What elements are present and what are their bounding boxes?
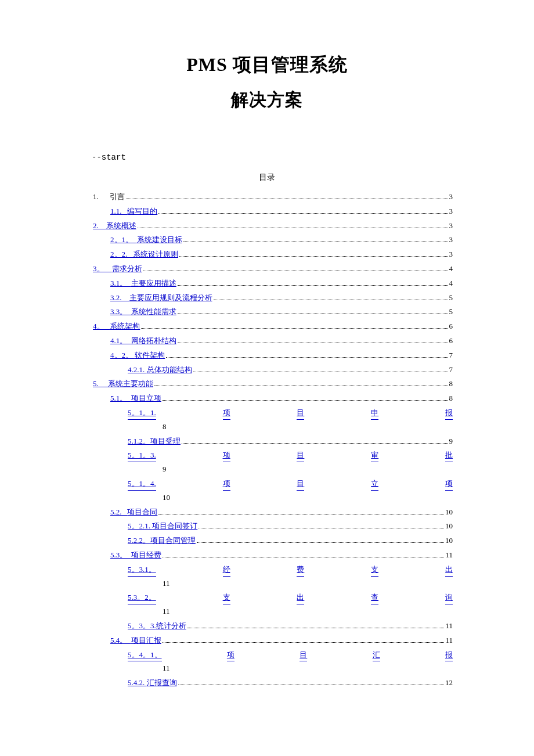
toc-leader-dots bbox=[163, 557, 445, 557]
toc-page-number: 12 bbox=[445, 677, 453, 689]
toc-entry[interactable]: 5. 系统主要功能8 bbox=[81, 378, 453, 390]
toc-leader-dots bbox=[158, 514, 444, 514]
toc-leader-dots bbox=[199, 528, 444, 528]
toc-leader-dots bbox=[178, 685, 445, 685]
toc-number: 5。1。3. bbox=[128, 449, 156, 462]
toc-entry[interactable]: 5.4。 项目汇报11 bbox=[81, 635, 453, 647]
toc-text: 总体功能结构 bbox=[147, 364, 192, 376]
toc-text: 系统性能需求 bbox=[131, 306, 176, 318]
toc-entry[interactable]: 5.4.2. 汇报查询12 bbox=[81, 677, 453, 689]
toc-entry[interactable]: 3.1。 主要应用描述4 bbox=[81, 278, 453, 290]
toc-leader-dots bbox=[138, 228, 448, 228]
toc-entry[interactable]: 5.2.2。项目合同管理10 bbox=[81, 535, 453, 547]
toc-entry[interactable]: 5。1。4.项目立项10 bbox=[81, 478, 453, 504]
toc-entry[interactable]: 5。3.1。经费支出11 bbox=[81, 564, 453, 590]
toc-number: 5.2.2。 bbox=[128, 535, 150, 547]
toc-entry[interactable]: 4.1。 网络拓朴结构6 bbox=[81, 335, 453, 347]
toc-leader-dots bbox=[178, 285, 448, 286]
toc-entry[interactable]: 2。1。 系统建设目标3 bbox=[81, 234, 453, 246]
toc-entry[interactable]: 3.3。 系统性能需求5 bbox=[81, 306, 453, 318]
toc-page-number: 10 bbox=[445, 535, 453, 547]
toc-number: 4.2.1. bbox=[128, 364, 147, 376]
toc-leader-dots bbox=[154, 386, 448, 386]
toc-text: 编写目的 bbox=[127, 206, 157, 218]
toc-entry[interactable]: 5。3。3.统计分析11 bbox=[81, 620, 453, 632]
toc-text: 网络拓朴结构 bbox=[131, 335, 176, 347]
toc-number: 3.2. bbox=[110, 292, 129, 304]
toc-page-number: 7 bbox=[449, 350, 453, 362]
toc-text-char: 费 bbox=[297, 564, 304, 577]
toc-page-number: 9 bbox=[449, 435, 453, 448]
toc-text: 项目受理 bbox=[150, 435, 181, 448]
toc-text: 系统主要功能 bbox=[108, 378, 153, 390]
toc-text-char: 出 bbox=[297, 592, 304, 604]
toc-text-char: 报 bbox=[445, 649, 453, 662]
toc-text-char: 项 bbox=[445, 478, 453, 491]
toc-page-number: 11 bbox=[445, 635, 453, 647]
start-marker: --start bbox=[92, 153, 453, 162]
toc-text: 系统架构 bbox=[110, 321, 140, 333]
toc-page-number: 6 bbox=[449, 335, 453, 347]
toc-text: 系统设计原则 bbox=[133, 249, 178, 261]
toc-page-number: 3 bbox=[449, 206, 453, 218]
toc-entry[interactable]: 5。4。1。项目汇报11 bbox=[81, 649, 453, 675]
toc-text: 统计分析 bbox=[156, 620, 186, 632]
toc-text: 需求分析 bbox=[112, 263, 142, 275]
toc-entry[interactable]: 5.1.2。项目受理9 bbox=[81, 435, 453, 448]
toc-leader-dots bbox=[141, 328, 448, 329]
toc-text-char: 查 bbox=[371, 592, 378, 604]
toc-leader-dots bbox=[182, 443, 448, 444]
toc-leader-dots bbox=[126, 199, 448, 199]
toc-text-char: 项 bbox=[223, 478, 230, 491]
toc-entry[interactable]: 5.1。 项目立项8 bbox=[81, 393, 453, 405]
toc-page-number: 4 bbox=[449, 278, 453, 290]
toc-page-number: 7 bbox=[449, 364, 453, 376]
toc-text-char: 立 bbox=[371, 478, 378, 491]
toc-page-number: 11 bbox=[445, 620, 453, 632]
toc-entry[interactable]: 1.1. 编写目的3 bbox=[81, 206, 453, 218]
toc-page-number: 3 bbox=[449, 234, 453, 246]
toc-text-char: 批 bbox=[445, 449, 453, 462]
toc-page-number: 8 bbox=[449, 393, 453, 405]
toc-number: 4。 bbox=[93, 321, 110, 333]
toc-entry[interactable]: 5.3。 项目经费11 bbox=[81, 549, 453, 561]
toc-page-number: 10 bbox=[445, 506, 453, 519]
toc-number: 5。2.1. bbox=[128, 520, 152, 532]
toc-text: 系统建设目标 bbox=[137, 234, 182, 246]
toc-page-number: 5 bbox=[449, 292, 453, 304]
toc-entry[interactable]: 5。1。3.项目审批9 bbox=[81, 449, 453, 476]
toc-entry[interactable]: 2. 系统概述3 bbox=[81, 220, 453, 232]
toc-text-char: 申 bbox=[371, 407, 378, 420]
toc-entry[interactable]: 3.2. 主要应用规则及流程分析5 bbox=[81, 292, 453, 304]
toc-text-char: 汇 bbox=[373, 649, 380, 662]
toc-entry[interactable]: 5。2.1. 项目合同签订10 bbox=[81, 520, 453, 532]
toc-entry[interactable]: 2。2. 系统设计原则3 bbox=[81, 249, 453, 261]
toc-entry[interactable]: 5.2. 项目合同10 bbox=[81, 506, 453, 519]
toc-entry[interactable]: 4。2。 软件架构7 bbox=[81, 350, 453, 362]
toc-page-number: 5 bbox=[449, 306, 453, 318]
toc-number: 4。2。 bbox=[110, 350, 135, 362]
toc-page-number: 10 bbox=[81, 492, 453, 504]
toc-text-char: 项 bbox=[223, 407, 230, 420]
toc-entry[interactable]: 5。1。1.项目申报8 bbox=[81, 407, 453, 433]
toc-number: 3.1。 bbox=[110, 278, 131, 290]
toc-number: 2. bbox=[93, 220, 106, 232]
toc-text: 项目合同管理 bbox=[150, 535, 196, 547]
toc-number: 5。1。1. bbox=[128, 407, 156, 420]
toc-entry: 1. 引言3 bbox=[81, 191, 453, 203]
toc-entry[interactable]: 4。 系统架构6 bbox=[81, 321, 453, 333]
toc-entry[interactable]: 4.2.1. 总体功能结构7 bbox=[81, 364, 453, 376]
toc-text: 汇报查询 bbox=[147, 677, 177, 689]
toc-leader-dots bbox=[166, 357, 448, 358]
toc-number: 5.1。 bbox=[110, 393, 131, 405]
toc-entry[interactable]: 5.3。2。支出查询11 bbox=[81, 592, 453, 618]
toc-page-number: 3 bbox=[449, 220, 453, 232]
toc-entry[interactable]: 3。 需求分析4 bbox=[81, 263, 453, 275]
toc-number: 5.1.2。 bbox=[128, 435, 150, 448]
toc-leader-dots bbox=[214, 300, 448, 300]
toc-page-number: 3 bbox=[449, 249, 453, 261]
toc-number: 5。3.1。 bbox=[128, 564, 156, 577]
toc-page-number: 9 bbox=[81, 463, 453, 476]
toc-number: 3.3。 bbox=[110, 306, 131, 318]
toc-text: 项目经费 bbox=[131, 549, 161, 561]
